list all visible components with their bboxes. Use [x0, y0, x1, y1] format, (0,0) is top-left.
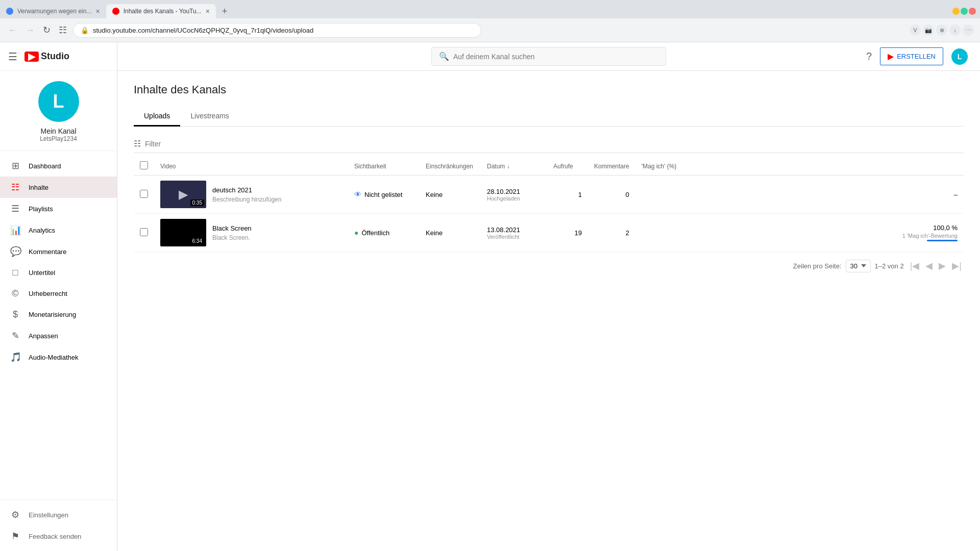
create-button[interactable]: ▶ ERSTELLEN — [880, 47, 943, 65]
row2-visibility-cell: ● Öffentlich — [348, 214, 420, 252]
first-page-button[interactable]: |◀ — [908, 258, 922, 273]
reload-button[interactable]: ↻ — [41, 22, 53, 38]
row1-comments-cell: 0 — [588, 176, 635, 214]
ext-icon-4[interactable]: ↓ — [949, 24, 961, 36]
untertitel-icon: □ — [10, 267, 20, 278]
sidebar-item-kommentare[interactable]: 💬 Kommentare — [0, 241, 117, 262]
col-header-visibility: Sichtbarkeit — [348, 157, 420, 176]
sidebar-item-urheberrecht[interactable]: © Urheberrecht — [0, 283, 117, 304]
hamburger-button[interactable]: ☰ — [8, 51, 17, 63]
ext-icon-5[interactable]: ⋯ — [963, 24, 974, 36]
help-button[interactable]: ? — [866, 51, 872, 62]
back-button[interactable]: ← — [6, 23, 19, 38]
row2-thumbnail[interactable]: 6:34 — [160, 219, 206, 246]
tab1-close[interactable]: × — [95, 7, 100, 15]
ext-icon-1[interactable]: V — [910, 24, 921, 36]
sidebar-item-audio[interactable]: 🎵 Audio-Mediathek — [0, 346, 117, 368]
channel-avatar[interactable]: L — [38, 81, 79, 122]
next-page-button[interactable]: ▶ — [937, 258, 948, 273]
row2-title[interactable]: Black Screen — [212, 224, 252, 232]
app: ☰ ▶ Studio L Mein Kanal LetsPlay1234 ⊞ D… — [0, 42, 980, 551]
sidebar-item-analytics[interactable]: 📊 Analytics — [0, 219, 117, 241]
row1-likes-pct: – — [954, 191, 958, 198]
window-maximize[interactable] — [961, 8, 968, 15]
channel-name: Mein Kanal — [40, 127, 76, 135]
filter-icon: ☷ — [134, 139, 141, 148]
row1-views-cell: 1 — [547, 176, 588, 214]
channel-handle: LetsPlay1234 — [40, 135, 77, 142]
sidebar-item-untertitel[interactable]: □ Untertitel — [0, 262, 117, 283]
window-close[interactable] — [969, 8, 976, 15]
row1-restrictions-cell: Keine — [420, 176, 481, 214]
header-row: Video Sichtbarkeit Einschränkungen Datum… — [134, 157, 964, 176]
window-minimize[interactable] — [952, 8, 960, 15]
sidebar-item-playlists[interactable]: ☰ Playlists — [0, 198, 117, 219]
dashboard-label: Dashboard — [29, 162, 61, 170]
page-range: 1–2 von 2 — [875, 262, 904, 270]
create-button-label: ERSTELLEN — [897, 53, 936, 60]
feedback-icon: ⚑ — [10, 531, 20, 542]
filter-bar: ☷ — [134, 135, 964, 153]
col-header-date[interactable]: Datum ↓ — [481, 157, 547, 176]
page-nav: |◀ ◀ ▶ ▶| — [908, 258, 964, 273]
sidebar-item-feedback[interactable]: ⚑ Feedback senden — [0, 525, 117, 547]
row1-title[interactable]: deutsch 2021 — [212, 186, 281, 194]
tab1-favicon — [6, 8, 13, 15]
audio-label: Audio-Mediathek — [29, 354, 79, 361]
select-all-checkbox[interactable] — [140, 161, 148, 169]
rows-per-page-select[interactable]: 10 20 30 50 — [846, 260, 871, 272]
row1-date-main: 28.10.2021 — [487, 188, 541, 195]
playlists-label: Playlists — [29, 205, 53, 213]
prev-page-button[interactable]: ◀ — [923, 258, 935, 273]
yt-logo: ▶ Studio — [24, 51, 69, 62]
row2-likes-cell: 100,0 % 1 'Mag ich'-Bewertung — [635, 214, 964, 252]
row1-description[interactable]: Beschreibung hinzufügen — [212, 196, 281, 203]
filter-input[interactable] — [145, 140, 298, 148]
anpassen-label: Anpassen — [29, 332, 58, 340]
dashboard-icon: ⊞ — [10, 160, 20, 171]
window-controls — [952, 8, 980, 15]
extensions-button[interactable]: ☷ — [57, 22, 69, 38]
row2-date-sub: Veröffentlicht — [487, 234, 541, 240]
row1-checkbox[interactable] — [140, 190, 148, 198]
sidebar-item-anpassen[interactable]: ✎ Anpassen — [0, 325, 117, 346]
search-icon: 🔍 — [439, 52, 449, 61]
row2-comments-cell: 2 — [588, 214, 635, 252]
audio-icon: 🎵 — [10, 352, 20, 363]
einstellungen-icon: ⚙ — [10, 509, 20, 520]
new-tab-button[interactable]: + — [218, 6, 232, 17]
tab2-close[interactable]: × — [206, 7, 210, 15]
einstellungen-label: Einstellungen — [29, 511, 68, 519]
tab-2[interactable]: Inhalte des Kanals - YouTu... × — [106, 4, 216, 18]
sidebar-item-dashboard[interactable]: ⊞ Dashboard — [0, 155, 117, 177]
row1-thumbnail[interactable]: ▶ 0:35 — [160, 181, 206, 208]
tab2-favicon — [112, 8, 119, 15]
urheberrecht-label: Urheberrecht — [29, 290, 67, 297]
row2-date-cell: 13.08.2021 Veröffentlicht — [481, 214, 547, 252]
forward-button[interactable]: → — [23, 23, 37, 38]
row2-checkbox[interactable] — [140, 228, 148, 236]
search-bar[interactable]: 🔍 — [431, 47, 666, 66]
col-header-checkbox — [134, 157, 154, 176]
sidebar-item-inhalte[interactable]: ☷ Inhalte — [0, 177, 117, 198]
pagination: Zeilen pro Seite: 10 20 30 50 1–2 von 2 … — [134, 252, 964, 280]
col-header-video: Video — [154, 157, 348, 176]
ext-icon-2[interactable]: 📷 — [923, 24, 934, 36]
table-body: ▶ 0:35 deutsch 2021 Beschreibung hinzufü… — [134, 176, 964, 252]
last-page-button[interactable]: ▶| — [950, 258, 964, 273]
sidebar-item-einstellungen[interactable]: ⚙ Einstellungen — [0, 504, 117, 525]
row1-video-info: ▶ 0:35 deutsch 2021 Beschreibung hinzufü… — [160, 181, 342, 208]
tab-livestreams[interactable]: Livestreams — [180, 107, 239, 127]
row2-video-cell: 6:34 Black Screen Black Screen. — [154, 214, 348, 252]
row2-description[interactable]: Black Screen. — [212, 234, 252, 241]
tab-1[interactable]: Verwarnungen wegen ein... × — [0, 4, 106, 18]
user-avatar[interactable]: L — [951, 48, 968, 65]
ext-icon-3[interactable]: ⊕ — [936, 24, 947, 36]
search-input[interactable] — [453, 53, 658, 61]
tab-uploads[interactable]: Uploads — [134, 107, 180, 127]
sidebar-item-monetarisierung[interactable]: $ Monetarisierung — [0, 304, 117, 325]
row2-visibility-label: Öffentlich — [361, 229, 389, 237]
browser-chrome: Verwarnungen wegen ein... × Inhalte des … — [0, 0, 980, 42]
col-header-views: Aufrufe — [547, 157, 588, 176]
url-bar[interactable]: 🔒 studio.youtube.com/channel/UCocN6zQPHQ… — [73, 23, 481, 38]
